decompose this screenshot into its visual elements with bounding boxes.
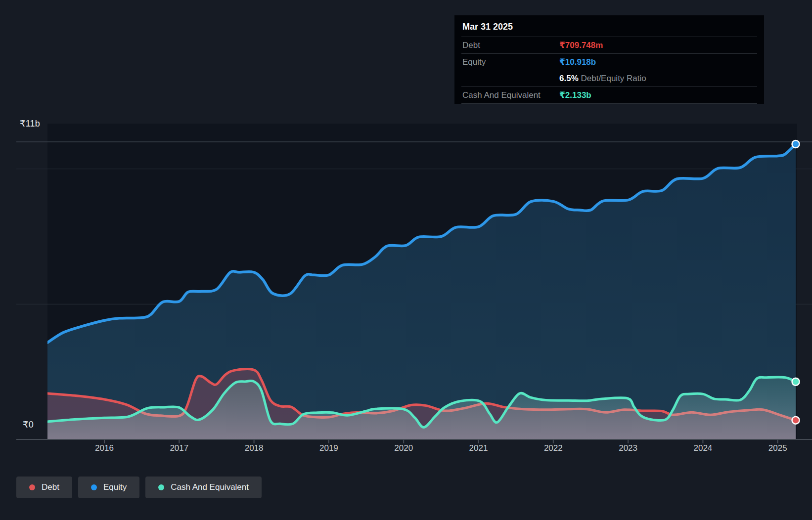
equity-dot-icon <box>91 484 97 490</box>
tooltip-ratio-value: 6.5% <box>559 74 579 83</box>
balance-sheet-history-chart: ₹11b ₹0 Mar 31 2025 Debt ₹709.748m Equit… <box>0 0 812 520</box>
tooltip-debt-value: ₹709.748m <box>559 40 756 50</box>
debt-endpoint-dot <box>792 417 800 424</box>
tooltip-cash-row: Cash And Equivalent ₹2.133b <box>461 87 757 104</box>
chart-tooltip: Mar 31 2025 Debt ₹709.748m Equity ₹10.91… <box>454 15 764 104</box>
x-axis-label-2020: 2020 <box>394 443 413 453</box>
tooltip-equity-label: Equity <box>462 57 559 67</box>
cash-and-equivalent-endpoint-dot <box>792 378 800 386</box>
tooltip-cash-value: ₹2.133b <box>559 90 756 100</box>
x-axis-label-2018: 2018 <box>245 443 264 453</box>
x-axis-label-2025: 2025 <box>768 443 787 453</box>
debt-dot-icon <box>29 484 35 490</box>
y-axis-zero-label: ₹0 <box>23 419 34 430</box>
tooltip-date: Mar 31 2025 <box>461 15 757 37</box>
x-axis-label-2024: 2024 <box>693 443 712 453</box>
x-axis-label-2022: 2022 <box>544 443 563 453</box>
legend-item-cash[interactable]: Cash And Equivalent <box>145 477 262 498</box>
x-axis-label-2019: 2019 <box>319 443 338 453</box>
tooltip-debt-label: Debt <box>462 41 559 50</box>
x-axis-label-2021: 2021 <box>469 443 488 453</box>
x-axis-label-2016: 2016 <box>95 443 114 453</box>
equity-endpoint-dot <box>792 140 800 148</box>
cash-dot-icon <box>158 484 164 490</box>
legend-item-equity[interactable]: Equity <box>78 477 139 498</box>
legend-item-debt[interactable]: Debt <box>16 477 72 498</box>
y-axis-max-label: ₹11b <box>20 118 40 129</box>
tooltip-ratio-row: 6.5% Debt/Equity Ratio <box>461 70 757 87</box>
tooltip-cash-label: Cash And Equivalent <box>462 90 559 100</box>
legend-debt-label: Debt <box>42 482 59 492</box>
tooltip-equity-row: Equity ₹10.918b <box>461 54 757 70</box>
legend-equity-label: Equity <box>103 482 127 492</box>
x-axis-label-2023: 2023 <box>619 443 637 453</box>
x-axis-label-2017: 2017 <box>170 443 188 453</box>
tooltip-equity-value: ₹10.918b <box>559 57 756 67</box>
tooltip-ratio-label: Debt/Equity Ratio <box>581 74 646 83</box>
chart-legend: Debt Equity Cash And Equivalent <box>16 477 262 498</box>
tooltip-debt-row: Debt ₹709.748m <box>461 37 757 54</box>
legend-cash-label: Cash And Equivalent <box>171 482 249 492</box>
